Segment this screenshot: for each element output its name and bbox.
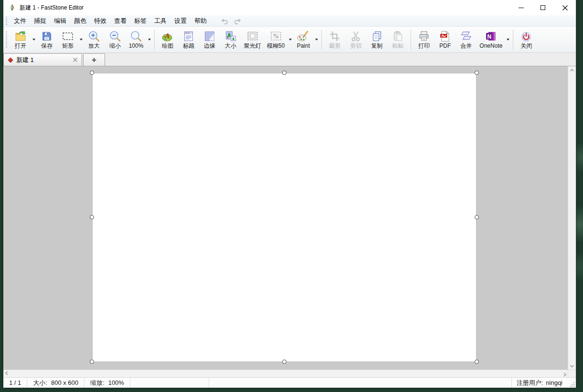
blur-dropdown-caret[interactable] — [287, 30, 293, 50]
zoom-label: 缩放: — [90, 379, 105, 387]
toolbar-button-caption[interactable]: 标题 — [179, 29, 199, 51]
cut-icon — [350, 30, 362, 42]
menu-edit[interactable]: 编辑 — [50, 16, 70, 26]
toolbar-button-merge[interactable]: 合并 — [456, 29, 476, 51]
menu-tabs[interactable]: 标签 — [130, 16, 150, 26]
status-page-indicator: 1 / 1 — [3, 378, 27, 388]
open-icon — [14, 30, 27, 42]
zoom-100-dropdown-caret[interactable] — [147, 30, 152, 50]
toolbar-button-copy[interactable]: 复制 — [367, 29, 387, 51]
paint-icon — [297, 30, 309, 42]
toolbar-button-resize[interactable]: 大小 — [221, 29, 241, 51]
menubar-grip[interactable] — [5, 17, 8, 24]
title-bar: 新建 1 - FastStone Editor — [3, 0, 576, 15]
menu-tools[interactable]: 工具 — [150, 16, 170, 26]
toolbar-separator — [321, 30, 322, 50]
selection-handle-middle-right[interactable] — [475, 215, 479, 219]
chevron-left-icon — [5, 371, 9, 375]
tab-close-button[interactable] — [71, 56, 79, 64]
scroll-up-button[interactable] — [569, 66, 576, 73]
toolbar-button-pdf[interactable]: PDF — [435, 29, 455, 51]
selection-handle-top-middle[interactable] — [282, 71, 286, 75]
toolbar-button-label: OneNote — [479, 42, 502, 50]
tab-active[interactable]: 新建 1 — [3, 53, 82, 66]
canvas-area[interactable] — [3, 66, 568, 370]
menu-file[interactable]: 文件 — [10, 16, 30, 26]
canvas-image[interactable] — [92, 73, 477, 362]
status-registered-user: 注册用户: ningqi — [512, 379, 567, 387]
rectangle-select-icon — [62, 30, 74, 42]
menu-capture[interactable]: 捕捉 — [30, 16, 50, 26]
onenote-icon: N — [485, 30, 497, 42]
spotlight-icon — [246, 30, 259, 42]
toolbar-button-open[interactable]: 打开 — [11, 29, 31, 51]
caption-icon — [182, 30, 195, 42]
window-title: 新建 1 - FastStone Editor — [20, 4, 84, 12]
horizontal-scrollbar[interactable] — [3, 370, 568, 377]
status-zoom: 缩放: 100% — [85, 378, 130, 388]
undo-icon[interactable] — [221, 18, 229, 24]
toolbar-button-label: 矩形 — [62, 42, 74, 50]
rectangle-dropdown-caret[interactable] — [78, 30, 84, 50]
redo-icon[interactable] — [233, 18, 241, 24]
selection-handle-top-left[interactable] — [90, 71, 94, 75]
tab-close-icon — [73, 58, 77, 62]
toolbar-button-spotlight[interactable]: 聚光灯 — [242, 29, 264, 51]
toolbar-button-zoom-out[interactable]: 缩小 — [105, 29, 125, 51]
toolbar-separator — [411, 30, 411, 50]
maximize-button[interactable] — [532, 0, 554, 15]
toolbar-button-label: 打开 — [15, 42, 26, 50]
toolbar-button-label: 合并 — [460, 42, 472, 50]
scroll-left-button[interactable] — [3, 370, 11, 377]
status-image-size: 大小: 800 x 600 — [27, 378, 85, 388]
menu-help[interactable]: 帮助 — [191, 16, 211, 26]
toolbar-button-label: 关闭 — [520, 42, 532, 50]
toolbar-button-blur[interactable]: 模糊50 — [265, 29, 287, 51]
open-dropdown-caret[interactable] — [31, 30, 36, 50]
close-button[interactable] — [554, 0, 576, 15]
scroll-down-button[interactable] — [569, 362, 576, 370]
minimize-button[interactable] — [510, 0, 532, 15]
toolbar-button-edge[interactable]: 边缘 — [200, 29, 220, 51]
toolbar-button-draw[interactable]: A 绘图 — [158, 29, 178, 51]
desktop: { "window": { "title": "新建 1 - FastStone… — [0, 0, 583, 392]
selection-handle-middle-left[interactable] — [90, 215, 94, 219]
paint-dropdown-caret[interactable] — [314, 30, 319, 50]
svg-text:N: N — [488, 33, 492, 40]
tab-title: 新建 1 — [16, 56, 71, 64]
menu-effects[interactable]: 特效 — [90, 16, 110, 26]
user-label: 注册用户: — [517, 379, 543, 387]
new-tab-button[interactable]: + — [83, 53, 105, 66]
selection-handle-top-right[interactable] — [475, 71, 479, 75]
menu-bar: 文件 捕捉 编辑 颜色 特效 查看 标签 工具 设置 帮助 — [3, 15, 576, 27]
toolbar-button-zoom-in[interactable]: 放大 — [84, 29, 104, 51]
menu-view[interactable]: 查看 — [110, 16, 130, 26]
toolbar-button-label: 模糊50 — [267, 42, 285, 50]
vertical-scrollbar[interactable] — [568, 66, 576, 370]
menu-settings[interactable]: 设置 — [170, 16, 191, 26]
merge-icon — [460, 30, 472, 42]
toolbar-button-zoom-100[interactable]: 100% — [126, 29, 146, 51]
toolbar-button-print[interactable]: 打印 — [414, 29, 434, 51]
toolbar-grip[interactable] — [5, 31, 8, 49]
toolbar-button-rectangle[interactable]: 矩形 — [58, 29, 78, 51]
toolbar-button-paint[interactable]: Paint — [293, 29, 313, 51]
toolbar-button-label: 打印 — [418, 42, 430, 50]
toolbar-button-label: 复制 — [371, 42, 382, 50]
toolbar-button-save[interactable]: 保存 — [37, 29, 57, 51]
toolbar-button-close-doc[interactable]: 关闭 — [516, 29, 536, 51]
selection-handle-bottom-middle[interactable] — [282, 360, 286, 364]
onenote-dropdown-caret[interactable] — [505, 30, 510, 50]
main-toolbar: 打开 保存 矩形 — [3, 27, 576, 53]
toolbar-button-label: 放大 — [88, 42, 100, 50]
selection-handle-bottom-left[interactable] — [90, 360, 94, 364]
toolbar-button-onenote[interactable]: N OneNote — [477, 29, 505, 51]
scroll-right-button[interactable] — [561, 370, 568, 377]
menu-colors[interactable]: 颜色 — [70, 16, 90, 26]
pdf-icon — [439, 30, 451, 42]
selection-handle-bottom-right[interactable] — [475, 360, 479, 364]
chevron-down-icon — [570, 363, 574, 367]
tab-diamond-icon — [8, 57, 13, 62]
blur-icon — [270, 30, 282, 42]
resize-grip[interactable] — [569, 382, 575, 387]
